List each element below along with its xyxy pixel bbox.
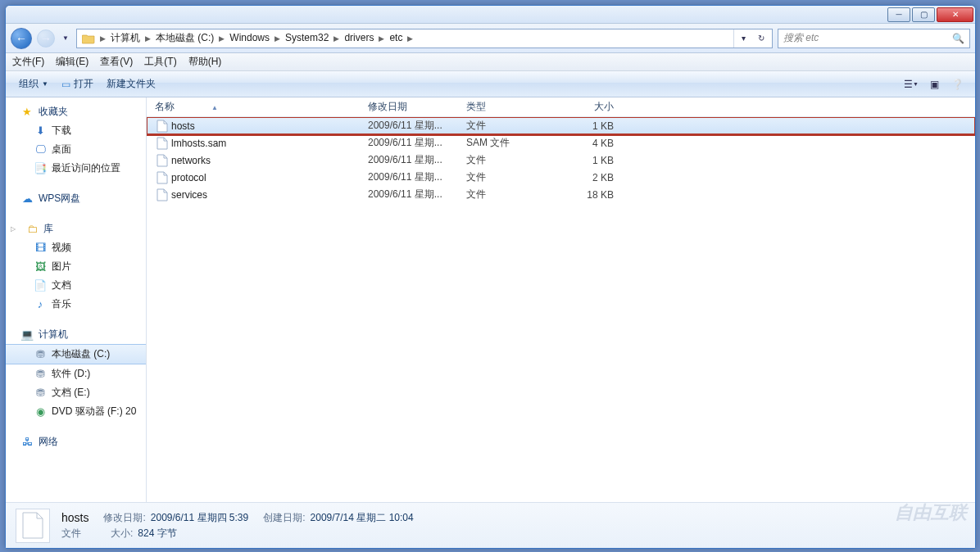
chevron-right-icon: ▶ xyxy=(217,34,226,43)
mus-icon: ♪ xyxy=(34,298,47,311)
file-date: 2009/6/11 星期... xyxy=(368,136,466,150)
search-input[interactable]: 搜索 etc 🔍 xyxy=(778,29,970,48)
file-row[interactable]: protocol2009/6/11 星期...文件2 KB xyxy=(147,169,975,186)
sidebar-computer-header[interactable]: 💻计算机 xyxy=(6,325,146,344)
column-type[interactable]: 类型 xyxy=(466,100,565,114)
breadcrumb-segment[interactable]: etc xyxy=(386,32,406,43)
file-row[interactable]: services2009/6/11 星期...文件18 KB xyxy=(147,186,975,203)
sidebar-item[interactable]: ⛃软件 (D:) xyxy=(6,364,146,383)
chevron-right-icon: ▶ xyxy=(406,34,415,43)
file-icon xyxy=(155,137,170,150)
sidebar-item[interactable]: ⛃文档 (E:) xyxy=(6,383,146,402)
command-bar: 组织 ▼ ▭ 打开 新建文件夹 ☰ ▼ ▣ ❔ xyxy=(6,71,975,97)
file-type: 文件 xyxy=(466,119,565,133)
menu-bar: 文件(F) 编辑(E) 查看(V) 工具(T) 帮助(H) xyxy=(6,53,975,71)
forward-button[interactable]: → xyxy=(37,29,55,48)
chevron-right-icon: ▶ xyxy=(332,34,341,43)
file-row[interactable]: networks2009/6/11 星期...文件1 KB xyxy=(147,152,975,169)
file-thumbnail xyxy=(16,509,50,543)
dvd-icon: ◉ xyxy=(34,405,47,419)
column-size[interactable]: 大小 xyxy=(565,100,622,114)
organize-button[interactable]: 组织 ▼ xyxy=(12,74,55,94)
preview-pane-button[interactable]: ▣ xyxy=(923,75,946,93)
chevron-right-icon: ▶ xyxy=(273,34,282,43)
column-date[interactable]: 修改日期 xyxy=(368,100,466,114)
chevron-right-icon: ▶ xyxy=(143,34,152,43)
address-dropdown[interactable]: ▾ xyxy=(734,29,752,48)
desk-icon: 🖵 xyxy=(34,143,47,156)
file-date: 2009/6/11 星期... xyxy=(368,170,466,184)
file-size: 1 KB xyxy=(565,120,622,132)
close-button[interactable]: ✕ xyxy=(937,7,973,22)
file-size: 1 KB xyxy=(565,155,622,166)
sidebar-item[interactable]: 🎞视频 xyxy=(6,238,146,257)
column-headers: 名称▲ 修改日期 类型 大小 xyxy=(147,97,975,117)
pic-icon: 🖼 xyxy=(34,260,47,274)
file-name: networks xyxy=(170,155,368,166)
file-name: protocol xyxy=(170,172,368,183)
file-icon xyxy=(155,154,170,167)
menu-file[interactable]: 文件(F) xyxy=(12,55,44,69)
help-button[interactable]: ❔ xyxy=(946,75,969,93)
minimize-button[interactable]: ─ xyxy=(887,7,910,22)
breadcrumb-segment[interactable]: 计算机 xyxy=(107,32,143,43)
doc-icon: 📄 xyxy=(34,279,47,292)
explorer-window: ─ ▢ ✕ ← → ▼ ▶ 计算机▶本地磁盘 (C:)▶Windows▶Syst… xyxy=(5,5,976,549)
sidebar-wps-header[interactable]: ☁WPS网盘 xyxy=(6,189,146,208)
sidebar-item[interactable]: 📑最近访问的位置 xyxy=(6,159,146,178)
search-placeholder: 搜索 etc xyxy=(783,31,819,45)
sidebar-libraries-header[interactable]: 🗀库 xyxy=(6,219,146,238)
sidebar-item[interactable]: 📄文档 xyxy=(6,276,146,295)
file-row[interactable]: lmhosts.sam2009/6/11 星期...SAM 文件4 KB xyxy=(147,134,975,152)
file-list-pane: 名称▲ 修改日期 类型 大小 hosts2009/6/11 星期...文件1 K… xyxy=(147,97,975,502)
file-date: 2009/6/11 星期... xyxy=(368,153,466,167)
open-button[interactable]: ▭ 打开 xyxy=(55,74,100,94)
breadcrumb-segment[interactable]: Windows xyxy=(226,32,273,43)
sidebar-item[interactable]: 🖵桌面 xyxy=(6,140,146,159)
recent-icon: 📑 xyxy=(34,162,47,175)
file-icon xyxy=(155,188,170,201)
sidebar-item[interactable]: ◉DVD 驱动器 (F:) 20 xyxy=(6,402,146,421)
new-folder-button[interactable]: 新建文件夹 xyxy=(100,74,162,94)
refresh-button[interactable]: ↻ xyxy=(752,29,770,48)
menu-help[interactable]: 帮助(H) xyxy=(188,55,222,69)
file-type: 文件 xyxy=(466,170,565,184)
breadcrumb-segment[interactable]: System32 xyxy=(282,32,332,43)
sidebar-favorites-header[interactable]: ★收藏夹 xyxy=(6,102,146,121)
sidebar-network-header[interactable]: 🖧网络 xyxy=(6,432,146,451)
drive-icon: ⛃ xyxy=(34,368,47,381)
sidebar-item[interactable]: ♪音乐 xyxy=(6,295,146,314)
details-file-type: 文件 xyxy=(61,527,81,541)
chevron-right-icon: ▶ xyxy=(377,34,386,43)
menu-tools[interactable]: 工具(T) xyxy=(144,55,176,69)
file-date: 2009/6/11 星期... xyxy=(368,119,466,133)
sort-indicator-icon: ▲ xyxy=(211,104,218,111)
view-options-button[interactable]: ☰ ▼ xyxy=(900,75,923,93)
chevron-right-icon: ▶ xyxy=(98,34,107,43)
file-row[interactable]: hosts2009/6/11 星期...文件1 KB xyxy=(147,117,975,134)
file-icon xyxy=(155,120,170,133)
address-bar[interactable]: ▶ 计算机▶本地磁盘 (C:)▶Windows▶System32▶drivers… xyxy=(76,29,773,48)
sidebar-item[interactable]: 🖼图片 xyxy=(6,257,146,276)
maximize-button[interactable]: ▢ xyxy=(912,7,935,22)
file-name: hosts xyxy=(170,120,368,132)
navigation-pane: ★收藏夹 ⬇下载🖵桌面📑最近访问的位置 ☁WPS网盘 🗀库 🎞视频🖼图片📄文档♪… xyxy=(6,97,147,502)
nav-history-dropdown[interactable]: ▼ xyxy=(60,34,71,42)
folder-icon xyxy=(81,31,96,46)
back-button[interactable]: ← xyxy=(11,28,32,49)
breadcrumb-segment[interactable]: 本地磁盘 (C:) xyxy=(152,32,217,43)
dl-icon: ⬇ xyxy=(34,124,47,138)
menu-edit[interactable]: 编辑(E) xyxy=(56,55,88,69)
file-icon xyxy=(155,171,170,184)
breadcrumb-segment[interactable]: drivers xyxy=(341,32,377,43)
vid-icon: 🎞 xyxy=(34,242,47,255)
file-name: lmhosts.sam xyxy=(170,138,368,149)
details-pane: hosts 修改日期:2009/6/11 星期四 5:39 创建日期:2009/… xyxy=(6,502,975,548)
file-list: hosts2009/6/11 星期...文件1 KBlmhosts.sam200… xyxy=(147,117,975,502)
sidebar-item[interactable]: ⛃本地磁盘 (C:) xyxy=(6,344,146,364)
file-type: 文件 xyxy=(466,188,565,201)
column-name[interactable]: 名称▲ xyxy=(155,100,368,114)
sidebar-item[interactable]: ⬇下载 xyxy=(6,121,146,140)
file-name: services xyxy=(170,189,368,201)
menu-view[interactable]: 查看(V) xyxy=(100,55,133,69)
